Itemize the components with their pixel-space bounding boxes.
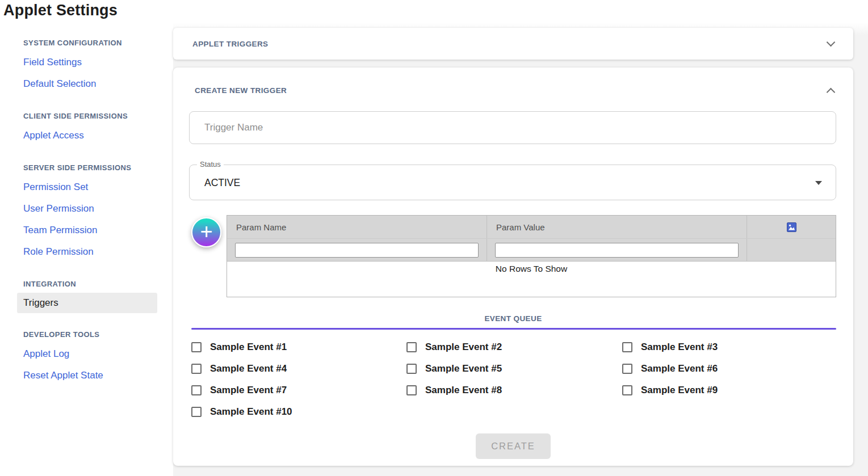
event-checkbox[interactable] xyxy=(191,407,202,417)
event-label: Sample Event #5 xyxy=(425,363,502,374)
column-header-actions xyxy=(747,216,836,238)
layout: SYSTEM CONFIGURATIONField SettingsDefaul… xyxy=(0,23,868,476)
column-header-param-value[interactable]: Param Value xyxy=(487,216,747,238)
event-label: Sample Event #6 xyxy=(641,363,718,374)
table-empty-message: No Rows To Show xyxy=(227,261,836,297)
event-label: Sample Event #4 xyxy=(210,363,287,374)
status-select-label: Status xyxy=(197,160,224,169)
param-table: Param Name Param Value xyxy=(227,215,836,297)
sidebar-item-team-permission[interactable]: Team Permission xyxy=(0,220,173,241)
event-checkbox[interactable] xyxy=(622,364,632,374)
sidebar-item-applet-log[interactable]: Applet Log xyxy=(0,343,173,365)
event-queue-item[interactable]: Sample Event #8 xyxy=(406,385,622,396)
chevron-down-icon[interactable] xyxy=(827,38,836,47)
chevron-up-icon[interactable] xyxy=(827,88,836,97)
event-label: Sample Event #1 xyxy=(210,342,287,353)
applet-settings-page: Applet Settings SYSTEM CONFIGURATIONFiel… xyxy=(0,0,868,476)
event-label: Sample Event #2 xyxy=(425,342,502,353)
sidebar-section: SERVER SIDE PERMISSIONSPermission SetUse… xyxy=(0,160,173,263)
broken-image-icon xyxy=(787,222,796,232)
applet-triggers-header[interactable]: APPLET TRIGGERS xyxy=(173,28,853,60)
sidebar-item-field-settings[interactable]: Field Settings xyxy=(0,52,173,73)
event-queue-divider xyxy=(191,328,836,330)
add-param-button[interactable]: + xyxy=(191,217,221,247)
param-section: + Param Name Param Value xyxy=(191,214,836,297)
event-checkbox[interactable] xyxy=(191,342,202,352)
sidebar-section: DEVELOPER TOOLSApplet LogReset Applet St… xyxy=(0,327,173,386)
sidebar-section: INTEGRATIONTriggers xyxy=(0,276,173,313)
sidebar-item-applet-access[interactable]: Applet Access xyxy=(0,125,173,146)
event-queue-item[interactable]: Sample Event #2 xyxy=(406,342,622,353)
main-content: APPLET TRIGGERS CREATE NEW TRIGGER Statu… xyxy=(173,23,868,476)
sidebar-item-reset-applet-state[interactable]: Reset Applet State xyxy=(0,365,173,386)
param-table-header-row: Param Name Param Value xyxy=(227,216,836,238)
event-label: Sample Event #9 xyxy=(641,385,718,396)
panel-create-new-trigger: CREATE NEW TRIGGER Status ACTIVE + Par xyxy=(173,68,853,466)
sidebar-item-triggers[interactable]: Triggers xyxy=(17,293,157,313)
param-value-filter-input[interactable] xyxy=(495,243,739,258)
event-queue-item[interactable]: Sample Event #9 xyxy=(622,385,836,396)
param-name-filter-input[interactable] xyxy=(235,243,479,258)
sidebar-section-heading: SERVER SIDE PERMISSIONS xyxy=(23,160,173,175)
event-queue-title: EVENT QUEUE xyxy=(173,314,853,323)
event-checkbox[interactable] xyxy=(406,364,417,374)
event-checkbox[interactable] xyxy=(191,364,202,374)
event-checkbox[interactable] xyxy=(191,385,202,395)
event-label: Sample Event #3 xyxy=(641,342,718,353)
sidebar-item-permission-set[interactable]: Permission Set xyxy=(0,176,173,198)
create-new-trigger-header[interactable]: CREATE NEW TRIGGER xyxy=(173,68,853,95)
sidebar: SYSTEM CONFIGURATIONField SettingsDefaul… xyxy=(0,23,173,476)
status-selected-value: ACTIVE xyxy=(204,176,240,188)
event-checkbox[interactable] xyxy=(622,342,632,352)
event-queue-item[interactable]: Sample Event #5 xyxy=(406,363,622,374)
sidebar-section-heading: CLIENT SIDE PERMISSIONS xyxy=(23,108,173,124)
page-title: Applet Settings xyxy=(0,0,868,23)
event-queue-item[interactable]: Sample Event #3 xyxy=(622,342,836,353)
create-new-trigger-title: CREATE NEW TRIGGER xyxy=(195,86,287,95)
event-queue-item[interactable]: Sample Event #1 xyxy=(191,342,406,353)
event-queue-item[interactable]: Sample Event #4 xyxy=(191,363,406,374)
sidebar-item-user-permission[interactable]: User Permission xyxy=(0,198,173,220)
event-queue-item[interactable]: Sample Event #7 xyxy=(191,385,406,396)
event-queue-grid: Sample Event #1Sample Event #2Sample Eve… xyxy=(191,342,836,418)
applet-triggers-title: APPLET TRIGGERS xyxy=(192,40,269,48)
event-label: Sample Event #8 xyxy=(425,385,502,396)
event-label: Sample Event #10 xyxy=(210,406,292,418)
plus-icon: + xyxy=(200,221,212,242)
event-checkbox[interactable] xyxy=(622,385,632,395)
trigger-name-input[interactable] xyxy=(189,111,836,144)
sidebar-section-heading: SYSTEM CONFIGURATION xyxy=(23,35,173,50)
sidebar-section-heading: INTEGRATION xyxy=(23,276,173,292)
event-queue-item[interactable]: Sample Event #10 xyxy=(191,406,406,418)
event-queue-item[interactable]: Sample Event #6 xyxy=(622,363,836,374)
param-table-filter-row xyxy=(227,238,836,261)
dropdown-arrow-icon[interactable] xyxy=(815,181,822,185)
sidebar-item-role-permission[interactable]: Role Permission xyxy=(0,241,173,263)
sidebar-section: CLIENT SIDE PERMISSIONSApplet Access xyxy=(0,108,173,146)
create-button[interactable]: CREATE xyxy=(476,433,551,459)
sidebar-section-heading: DEVELOPER TOOLS xyxy=(23,327,173,342)
panel-applet-triggers: APPLET TRIGGERS xyxy=(173,28,853,60)
event-label: Sample Event #7 xyxy=(210,385,287,396)
column-header-param-name[interactable]: Param Name xyxy=(227,216,487,238)
sidebar-item-default-selection[interactable]: Default Selection xyxy=(0,73,173,95)
event-checkbox[interactable] xyxy=(406,342,417,352)
status-select[interactable]: Status ACTIVE xyxy=(189,165,836,200)
sidebar-section: SYSTEM CONFIGURATIONField SettingsDefaul… xyxy=(0,35,173,95)
event-checkbox[interactable] xyxy=(406,385,417,395)
